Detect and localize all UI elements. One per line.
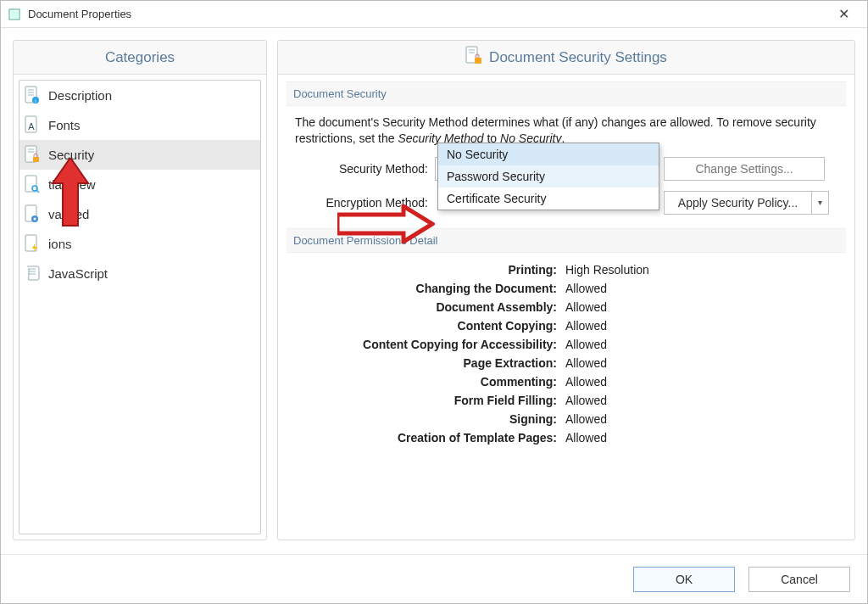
page-lock-icon	[25, 145, 43, 165]
app-icon	[8, 8, 21, 21]
permission-row: Changing the Document:Allowed	[295, 282, 829, 295]
dialog-footer: OK Cancel	[1, 554, 867, 603]
category-security[interactable]: Security	[19, 140, 260, 170]
svg-point-19	[34, 217, 36, 220]
page-info-icon: i	[25, 86, 43, 106]
category-label: JavaScript	[48, 266, 108, 281]
svg-line-16	[36, 190, 39, 193]
category-actions[interactable]: ions	[19, 229, 260, 259]
svg-text:i: i	[35, 98, 36, 103]
category-description[interactable]: i Description	[19, 81, 260, 110]
category-advanced[interactable]: vanced	[19, 199, 260, 229]
page-script-icon	[25, 264, 43, 284]
security-method-label: Security Method:	[295, 162, 435, 176]
svg-text:A: A	[28, 121, 35, 131]
close-button[interactable]: ✕	[826, 6, 860, 22]
apply-security-policy-button[interactable]: Apply Security Policy...	[664, 191, 812, 215]
category-label: ions	[48, 237, 72, 251]
permission-row: Content Copying:Allowed	[295, 319, 829, 333]
apply-policy-dropdown-arrow[interactable]: ▾	[812, 191, 829, 215]
category-javascript[interactable]: JavaScript	[19, 259, 260, 288]
encryption-method-label: Encryption Method:	[295, 196, 435, 210]
permission-row: Content Copying for Accessibility:Allowe…	[295, 338, 829, 351]
permission-row: Form Field Filling:Allowed	[295, 394, 829, 407]
security-method-options-popup: No Security Password Security Certificat…	[437, 143, 659, 210]
svg-rect-14	[25, 176, 36, 192]
page-search-icon	[25, 175, 43, 195]
permissions-group-title: Document Permissions Detail	[287, 228, 846, 253]
svg-rect-1	[11, 11, 18, 18]
category-label: Security	[48, 148, 94, 162]
svg-rect-13	[33, 157, 39, 162]
categories-header: Categories	[14, 41, 266, 75]
page-gear-icon	[25, 204, 43, 225]
option-certificate-security[interactable]: Certificate Security	[438, 187, 659, 210]
categories-list: i Description A Fonts Security	[19, 80, 261, 534]
permission-row: Printing:High Resolution	[295, 263, 829, 277]
window-title: Document Properties	[28, 8, 826, 20]
category-label: Description	[48, 88, 112, 103]
page-font-icon: A	[25, 115, 43, 136]
permission-row: Page Extraction:Allowed	[295, 356, 829, 370]
permission-row: Creation of Template Pages:Allowed	[295, 431, 829, 445]
cancel-button[interactable]: Cancel	[748, 567, 850, 592]
document-security-group-title: Document Security	[287, 81, 846, 106]
option-password-security[interactable]: Password Security	[438, 165, 659, 187]
settings-panel: Document Security Settings Document Secu…	[277, 40, 855, 540]
category-label: Fonts	[48, 118, 81, 132]
svg-rect-28	[475, 58, 481, 64]
category-label: tial View	[48, 177, 96, 192]
settings-header: Document Security Settings	[278, 41, 854, 75]
permissions-list: Printing:High Resolution Changing the Do…	[287, 253, 846, 458]
page-bolt-icon	[25, 234, 43, 254]
categories-panel: Categories i Description A Fonts	[13, 40, 267, 540]
permission-row: Commenting:Allowed	[295, 375, 829, 389]
titlebar: Document Properties ✕	[1, 1, 867, 28]
permission-row: Signing:Allowed	[295, 412, 829, 426]
categories-header-label: Categories	[105, 49, 175, 66]
page-lock-icon	[465, 46, 482, 70]
ok-button[interactable]: OK	[633, 567, 735, 592]
option-no-security[interactable]: No Security	[438, 143, 659, 165]
category-label: vanced	[48, 207, 89, 221]
category-initial-view[interactable]: tial View	[19, 170, 260, 199]
content-area: Categories i Description A Fonts	[1, 28, 867, 552]
document-properties-dialog: Document Properties ✕ Categories i Descr…	[0, 0, 868, 604]
change-settings-button[interactable]: Change Settings...	[664, 157, 825, 181]
category-fonts[interactable]: A Fonts	[19, 110, 260, 140]
settings-header-label: Document Security Settings	[489, 49, 667, 66]
permission-row: Document Assembly:Allowed	[295, 300, 829, 314]
